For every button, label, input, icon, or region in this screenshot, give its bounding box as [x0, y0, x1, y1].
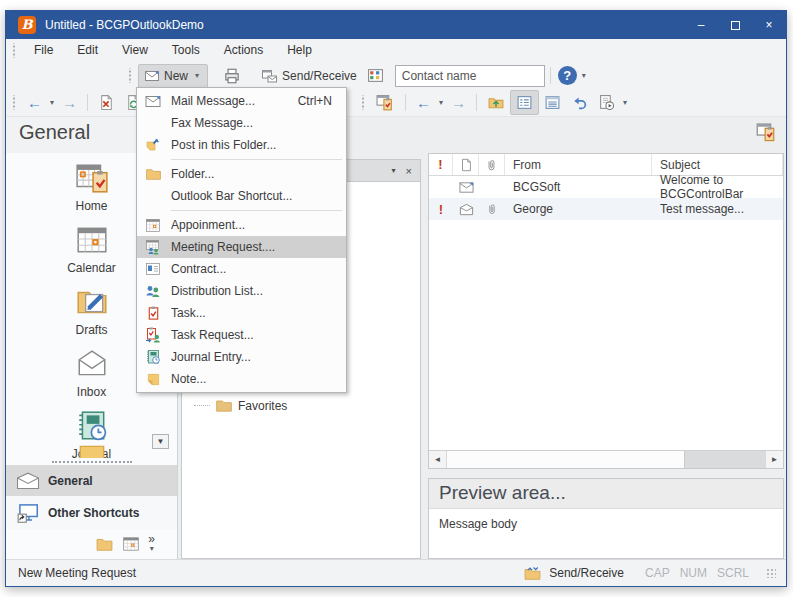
- menu-actions[interactable]: Actions: [212, 39, 275, 62]
- title-bar: B Untitled - BCGPOutlookDemo – ×: [6, 11, 786, 39]
- menu-item-label: Folder...: [171, 167, 340, 181]
- toolbar-options-icon[interactable]: ▾: [620, 98, 630, 107]
- menu-edit[interactable]: Edit: [65, 39, 110, 62]
- back-button[interactable]: ←: [22, 92, 47, 114]
- menu-file[interactable]: File: [22, 39, 65, 62]
- toolbar-grip[interactable]: [361, 95, 365, 110]
- toolbar-grip[interactable]: [128, 68, 132, 83]
- menu-item-post-in-folder[interactable]: Post in this Folder...: [137, 134, 346, 156]
- maximize-icon: [731, 21, 740, 30]
- scrollbar-thumb[interactable]: [447, 451, 685, 468]
- indicator-cap: CAP: [645, 566, 670, 580]
- forward-button-2[interactable]: →: [446, 92, 471, 114]
- menu-item-appointment[interactable]: Appoinment...: [137, 214, 346, 236]
- folder-icon[interactable]: [95, 536, 114, 552]
- horizontal-scrollbar[interactable]: ◄ ►: [429, 450, 783, 468]
- menu-item-note[interactable]: Note...: [137, 368, 346, 390]
- menu-help[interactable]: Help: [275, 39, 324, 62]
- contact-name-combobox[interactable]: ▾: [395, 65, 545, 87]
- help-button[interactable]: ?: [558, 66, 577, 85]
- menu-item-journal-entry[interactable]: Journal Entry...: [137, 346, 346, 368]
- menu-item-folder[interactable]: Folder...: [137, 163, 346, 185]
- contact-card-icon: [143, 260, 163, 278]
- scrollbar-track[interactable]: [685, 451, 765, 468]
- menu-item-outlook-bar-shortcut[interactable]: Outlook Bar Shortcut...: [137, 185, 346, 207]
- send-receive-folder-icon: [523, 565, 542, 581]
- main-content: General Home Calendar Drafts Inbox: [6, 117, 786, 559]
- subject-column-header[interactable]: Subject: [652, 154, 783, 175]
- undo-button[interactable]: [566, 91, 593, 114]
- paperclip-icon: [479, 202, 505, 216]
- address-book-icon[interactable]: [362, 64, 389, 87]
- back-dropdown-icon[interactable]: ▾: [47, 98, 57, 107]
- up-one-level-icon[interactable]: [482, 91, 510, 114]
- mail-row[interactable]: BCGSoft Welcome to BCGControlBar: [429, 176, 783, 198]
- standard-toolbar: New ▾ Send/Receive ▾ ? ▾: [6, 62, 786, 89]
- list-view-button[interactable]: [510, 90, 539, 115]
- detail-view-button[interactable]: [539, 91, 566, 114]
- toolbar-grip[interactable]: [12, 43, 16, 58]
- menu-item-meeting-request[interactable]: Meeting Request....: [137, 236, 346, 258]
- menu-item-label: Task...: [171, 306, 340, 320]
- group-button-label: General: [48, 474, 93, 488]
- status-send-receive[interactable]: Send/Receive: [549, 566, 624, 580]
- menu-item-task-request[interactable]: Task Request...: [137, 324, 346, 346]
- task-request-icon: [143, 326, 163, 344]
- menu-item-contract[interactable]: Contract...: [137, 258, 346, 280]
- sidebar-overflow-button[interactable]: » ▾: [148, 534, 155, 554]
- resize-grip[interactable]: [766, 568, 776, 578]
- send-receive-button[interactable]: Send/Receive: [256, 65, 362, 87]
- navigation-toolbar: ← ▾ → ← ▾ → ▾: [6, 89, 786, 117]
- group-button-general[interactable]: General: [6, 465, 177, 496]
- menu-item-label: Note...: [171, 372, 340, 386]
- scroll-right-icon[interactable]: ►: [765, 451, 783, 468]
- menu-item-fax-message[interactable]: Fax Message...: [137, 112, 346, 134]
- mail-message-icon: [143, 92, 163, 110]
- sidebar-scroll-down-button[interactable]: ▼: [152, 434, 169, 449]
- tree-item-favorites[interactable]: Favorites: [194, 398, 287, 413]
- menu-item-mail-message[interactable]: Mail Message... Ctrl+N: [137, 90, 346, 112]
- toolbar-options-icon[interactable]: ▾: [579, 71, 589, 80]
- new-button[interactable]: New ▾: [138, 64, 208, 88]
- view-clipboard-icon[interactable]: [371, 90, 400, 115]
- calendar-icon[interactable]: [122, 536, 140, 552]
- minimize-button[interactable]: –: [684, 11, 718, 39]
- close-button[interactable]: ×: [752, 11, 786, 39]
- menu-item-task[interactable]: Task...: [137, 302, 346, 324]
- preview-title: Preview area...: [429, 479, 783, 509]
- contact-name-input[interactable]: [396, 69, 563, 83]
- group-button-other-shortcuts[interactable]: Other Shortcuts: [6, 496, 177, 529]
- new-button-label: New: [164, 69, 188, 83]
- menu-view[interactable]: View: [110, 39, 160, 62]
- status-message: New Meeting Request: [6, 566, 136, 580]
- scroll-left-icon[interactable]: ◄: [429, 451, 447, 468]
- attachment-column-icon[interactable]: [479, 154, 505, 175]
- maximize-button[interactable]: [718, 11, 752, 39]
- sidebar-splitter[interactable]: [6, 458, 177, 465]
- menu-tools[interactable]: Tools: [160, 39, 212, 62]
- delete-item-button[interactable]: [93, 91, 120, 114]
- back-dropdown-icon-2[interactable]: ▾: [436, 98, 446, 107]
- meeting-request-icon: [143, 238, 163, 256]
- closed-envelope-icon: [453, 181, 479, 194]
- mail-row[interactable]: ! George Test message...: [429, 198, 783, 220]
- folder-icon: [215, 398, 233, 413]
- mail-subject: Test message...: [652, 202, 783, 216]
- importance-column-icon[interactable]: !: [429, 154, 453, 175]
- preview-button[interactable]: [593, 91, 620, 114]
- mini-toolbar[interactable]: [756, 121, 778, 143]
- toolbar-grip[interactable]: [12, 95, 16, 110]
- menu-item-label: Fax Message...: [171, 116, 340, 130]
- menu-item-label: Appoinment...: [171, 218, 340, 232]
- pane-pin-icon[interactable]: ▾: [392, 166, 396, 175]
- preview-body: Message body: [429, 509, 783, 539]
- send-receive-label: Send/Receive: [282, 69, 357, 83]
- back-button-2[interactable]: ←: [411, 92, 436, 114]
- item-type-column-icon[interactable]: [453, 154, 479, 175]
- pane-close-icon[interactable]: ×: [406, 165, 412, 177]
- from-column-header[interactable]: From: [505, 154, 652, 175]
- menu-item-distribution-list[interactable]: Distribution List...: [137, 280, 346, 302]
- sidebar-footer-toolbar: » ▾: [6, 529, 177, 559]
- print-button[interactable]: [218, 64, 246, 88]
- forward-button[interactable]: →: [57, 92, 82, 114]
